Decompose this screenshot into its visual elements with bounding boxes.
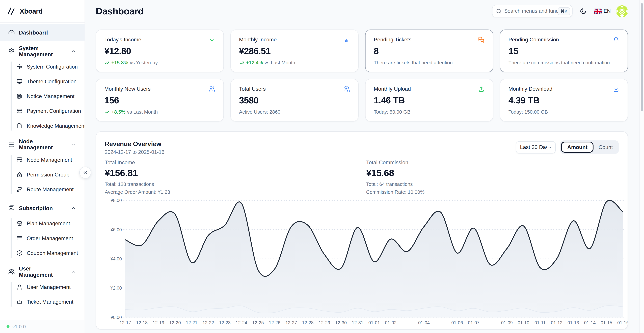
sidebar-item-coupon-management[interactable]: Coupon Management [0,245,84,260]
sidebar-item-user-management[interactable]: User Management [0,280,84,294]
dark-mode-toggle[interactable] [578,6,588,16]
x-axis-label: 01-07 [468,320,480,325]
sidebar-section-system-management[interactable]: System Management [0,44,84,58]
chevron-up-icon [70,205,76,211]
app-logo[interactable]: Xboard [0,0,84,23]
app-version: v1.0.0 [12,324,26,329]
x-axis-label: 01-16 [617,320,628,325]
period-select-value: Last 30 Days [520,144,547,150]
trend-up-icon [239,60,244,65]
sidebar-item-label: Permission Group [27,171,70,177]
gear-icon [8,48,15,55]
header-actions: ⌘K EN [492,5,628,17]
trend-value: +15.8% [111,60,128,66]
server-icon [8,141,15,148]
sidebar-collapse-button[interactable] [79,167,91,178]
total-income-transactions: Total: 128 transactions [105,181,366,188]
x-axis-label: 01-02 [385,320,397,325]
gauge-icon [8,29,15,36]
sidebar-item-order-management[interactable]: Order Management [0,231,84,245]
total-commission-transactions: Total: 64 transactions [366,181,628,188]
card-subtext: +8.5%vs Last Month [104,109,215,115]
revenue-chart-container: ¥0.00¥2.00¥4.00¥6.00¥8.0012-1712-1812-19… [105,196,628,329]
sidebar-section-label: User Management [19,266,66,278]
credit-card-icon [16,235,23,241]
toggle-amount-button[interactable]: Amount [561,142,594,153]
card-note: There are commissions that need confirma… [508,60,610,66]
route-icon [16,186,23,192]
card-value: ¥12.80 [104,46,215,57]
dashboard-page: Xboard DashboardSystem ManagementSystem … [0,0,644,333]
revenue-date-range: 2024-12-17 to 2025-01-16 [105,149,164,155]
sidebar-item-permission-group[interactable]: Permission Group [0,167,84,182]
sidebar-item-system-configuration[interactable]: System Configuration [0,59,84,74]
stat-card-total-users: Total Users3580Active Users: 2860 [230,79,358,121]
credit-card-icon [16,108,23,114]
sidebar-item-theme-configuration[interactable]: Theme Configuration [0,74,84,89]
sidebar-item-label: Dashboard [19,29,48,35]
x-axis-label: 12-22 [202,320,214,325]
trend-suffix: vs Yesterday [130,60,158,66]
sidebar-item-plan-management[interactable]: Plan Management [0,216,84,231]
sidebar-section-label: Subscription [19,205,66,211]
sidebar-item-notice-management[interactable]: Notice Management [0,89,84,103]
period-select[interactable]: Last 30 Days [516,141,556,153]
x-axis-label: 12-24 [236,320,247,325]
trend-value: +12.4% [246,60,263,66]
stat-card-monthly-upload: Monthly Upload1.46 TBToday: 50.00 GB [365,79,493,121]
sidebar-item-payment-configuration[interactable]: Payment Configuration [0,103,84,118]
sidebar-section-subscription[interactable]: Subscription [0,201,84,215]
language-selector[interactable]: EN [594,8,611,14]
revenue-controls: Last 30 Days Amount Count [516,140,619,154]
sidebar-item-label: Plan Management [27,220,70,226]
stat-card-today-s-income: Today's Income¥12.80+15.8%vs Yesterday [96,29,224,72]
card-title: Today's Income [104,36,141,43]
x-axis-label: 01-01 [368,320,380,325]
download-tray-icon [613,86,619,92]
chevron-up-icon [70,48,76,54]
card-title: Pending Commission [508,36,559,43]
logo-slashes-icon [6,6,16,15]
x-axis-label: 01-12 [551,320,562,325]
stat-card-pending-commission[interactable]: Pending Commission15There are commission… [500,29,628,72]
stat-card-pending-tickets[interactable]: Pending Tickets8There are tickets that n… [365,29,493,72]
users-icon [8,269,15,275]
moon-icon [580,7,587,14]
sidebar-section-user-management[interactable]: User Management [0,265,84,279]
main-content: Dashboard ⌘K EN Today's Incom [85,0,644,333]
sidebar-item-knowledge-management[interactable]: Knowledge Management [0,118,84,133]
sidebar-item-ticket-management[interactable]: Ticket Management [0,294,84,309]
trend-suffix: vs Last Month [264,60,295,66]
card-subtext: Today: 150.00 GB [508,109,619,115]
page-title: Dashboard [96,5,144,16]
stat-card-monthly-income: Monthly Income¥286.51+12.4%vs Last Month [230,29,358,72]
sidebar-item-route-management[interactable]: Route Management [0,182,84,197]
scrollbar-thumb[interactable] [641,3,643,111]
sidebar-item-label: Order Management [27,235,73,241]
x-axis-label: 12-25 [252,320,264,325]
chevron-up-icon [70,269,76,275]
sidebar-section-node-management[interactable]: Node Management [0,137,84,151]
card-value: 3580 [239,95,350,106]
sidebar-item-node-management[interactable]: Node Management [0,152,84,167]
card-value: 15 [508,46,619,57]
total-commission-stat: Total Commission ¥15.68 Total: 64 transa… [366,159,628,196]
sidebar-item-label: Node Management [27,157,72,163]
chevron-up-icon [70,142,76,147]
card-subtext: +12.4%vs Last Month [239,60,350,66]
file-text-icon [16,122,23,129]
search-icon [496,8,502,14]
store-icon [16,220,23,226]
sidebar-item-label: Coupon Management [27,250,78,256]
x-axis-label: 12-21 [186,320,198,325]
card-note: Active Users: 2860 [239,109,280,115]
sidebar-item-label: Payment Configuration [27,108,81,114]
card-subtext: There are commissions that need confirma… [508,60,619,66]
total-commission-label: Total Commission [366,159,628,165]
commission-rate: Commission Rate: 10.00% [366,188,628,196]
user-avatar[interactable] [616,5,628,17]
revenue-title: Revenue Overview [105,140,164,148]
toggle-count-button[interactable]: Count [594,142,618,152]
scrollbar-track[interactable] [640,0,644,333]
sidebar-item-dashboard[interactable]: Dashboard [0,24,84,40]
